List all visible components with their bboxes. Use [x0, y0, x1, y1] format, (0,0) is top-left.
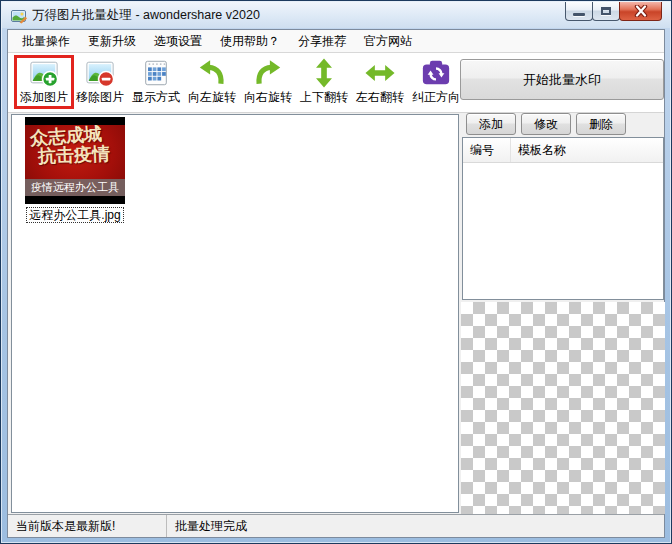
template-delete-button[interactable]: 删除 — [576, 113, 626, 135]
menu-official-website[interactable]: 官方网站 — [355, 30, 421, 52]
flip-vertical-icon — [308, 58, 340, 88]
status-version-text: 当前版本是最新版! — [8, 515, 167, 537]
menu-update-upgrade[interactable]: 更新升级 — [79, 30, 145, 52]
app-window: 万得图片批量处理 - awondershare v2020 批量操作 更新升级 … — [0, 0, 672, 544]
start-batch-watermark-button[interactable]: 开始批量水印 — [460, 59, 664, 100]
toolbar-button-display-mode[interactable]: 显示方式 — [129, 58, 183, 106]
toolbar-label: 上下翻转 — [300, 89, 348, 106]
rotate-left-icon — [196, 58, 228, 88]
toolbar-label: 向右旋转 — [244, 89, 292, 106]
toolbar-button-correct-orientation[interactable]: 纠正方向 — [409, 58, 463, 106]
client-area: 批量操作 更新升级 选项设置 使用帮助？ 分享推荐 官方网站 — [7, 29, 665, 538]
image-list-panel[interactable]: 众志成城 抗击疫情 疫情远程办公工具 远程办公工具.jpg — [11, 114, 459, 513]
app-icon — [11, 8, 27, 24]
close-icon — [633, 5, 649, 17]
image-list-item[interactable]: 众志成城 抗击疫情 疫情远程办公工具 远程办公工具.jpg — [23, 117, 127, 223]
header-number: 编号 — [463, 138, 511, 162]
menu-option-settings[interactable]: 选项设置 — [145, 30, 211, 52]
menu-share-recommend[interactable]: 分享推荐 — [289, 30, 355, 52]
toolbar-label: 向左旋转 — [188, 89, 236, 106]
image-thumbnail[interactable]: 众志成城 抗击疫情 疫情远程办公工具 — [25, 117, 125, 204]
toolbar-label: 移除图片 — [76, 89, 124, 106]
template-add-button[interactable]: 添加 — [466, 113, 516, 135]
add-image-icon — [28, 58, 60, 88]
toolbar-label: 纠正方向 — [412, 89, 460, 106]
toolbar-label: 显示方式 — [132, 89, 180, 106]
image-filename[interactable]: 远程办公工具.jpg — [26, 207, 123, 223]
toolbar-button-rotate-left[interactable]: 向左旋转 — [185, 58, 239, 106]
minimize-button[interactable] — [565, 2, 593, 21]
template-modify-button[interactable]: 修改 — [521, 113, 571, 135]
menu-batch-operations[interactable]: 批量操作 — [13, 30, 79, 52]
close-button[interactable] — [619, 2, 662, 21]
thumbnail-caption: 疫情远程办公工具 — [25, 179, 125, 196]
toolbar-button-flip-horizontal[interactable]: 左右翻转 — [353, 58, 407, 106]
transparency-checkerboard — [461, 302, 665, 514]
thumbnail-calligraphy-line2: 抗击疫情 — [38, 142, 111, 168]
window-title: 万得图片批量处理 - awondershare v2020 — [32, 2, 260, 28]
maximize-button[interactable] — [592, 2, 620, 21]
header-template-name: 模板名称 — [511, 142, 663, 159]
menu-bar: 批量操作 更新升级 选项设置 使用帮助？ 分享推荐 官方网站 — [8, 30, 664, 53]
watermark-preview-area — [461, 302, 665, 514]
correct-orientation-icon — [420, 58, 452, 88]
toolbar-button-rotate-right[interactable]: 向右旋转 — [241, 58, 295, 106]
minimize-icon — [573, 13, 585, 16]
maximize-icon — [601, 7, 611, 15]
toolbar-label: 添加图片 — [20, 89, 68, 106]
thumbnail-artwork: 众志成城 抗击疫情 疫情远程办公工具 — [25, 125, 125, 196]
toolbar-button-flip-vertical[interactable]: 上下翻转 — [297, 58, 351, 106]
toolbar-button-remove-image[interactable]: 移除图片 — [73, 58, 127, 106]
menu-help[interactable]: 使用帮助？ — [211, 30, 289, 52]
toolbar-button-add-image[interactable]: 添加图片 — [17, 58, 71, 106]
toolbar-label: 左右翻转 — [356, 89, 404, 106]
flip-horizontal-icon — [364, 58, 396, 88]
status-batch-text: 批量处理完成 — [167, 518, 247, 535]
remove-image-icon — [84, 58, 116, 88]
display-mode-icon — [140, 58, 172, 88]
status-bar: 当前版本是最新版! 批量处理完成 — [8, 514, 664, 537]
template-table-header: 编号 模板名称 — [463, 138, 663, 163]
rotate-right-icon — [252, 58, 284, 88]
template-table[interactable]: 编号 模板名称 — [462, 137, 664, 300]
